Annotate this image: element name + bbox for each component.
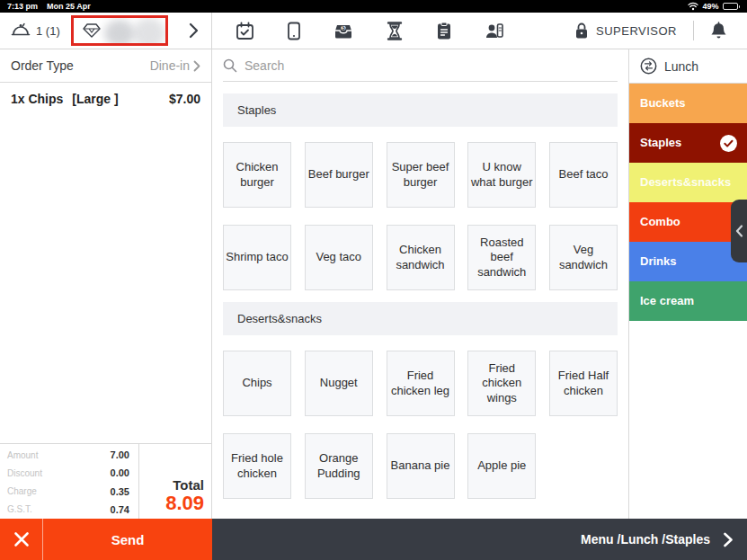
- product-button[interactable]: Nugget: [305, 351, 373, 416]
- product-button[interactable]: Shrimp taco: [223, 225, 291, 290]
- totals-label: Amount: [7, 450, 38, 460]
- toolbar: 1 (1) $: [0, 13, 747, 49]
- totals-value: 0.00: [111, 467, 129, 478]
- totals-area: Amount7.00Discount0.00Charge0.35G.S.T.0.…: [0, 443, 211, 519]
- wifi-icon: [688, 2, 698, 11]
- menu-panel: Search StaplesChicken burgerBeef burgerS…: [212, 49, 629, 519]
- category-label: Deserts&snacks: [640, 176, 731, 190]
- chevron-left-icon: [735, 225, 743, 237]
- category-button-staples[interactable]: Staples: [629, 123, 747, 163]
- swap-arrows-icon: [640, 58, 657, 75]
- pos-screen: 7:13 pm Mon 25 Apr 49% 1 (1): [0, 0, 747, 560]
- product-button[interactable]: Veg sandwich: [549, 225, 618, 290]
- category-label: Buckets: [640, 97, 686, 111]
- product-button[interactable]: Super beef burger: [387, 142, 455, 208]
- product-button[interactable]: Fried hole chicken: [223, 433, 291, 499]
- send-button[interactable]: Send: [43, 519, 212, 560]
- product-button[interactable]: Apple pie: [467, 433, 536, 499]
- customer-card-icon[interactable]: [485, 22, 504, 40]
- redacted-blur: [104, 20, 135, 46]
- totals-label: G.S.T.: [7, 504, 32, 514]
- product-button[interactable]: Beef taco: [549, 142, 618, 208]
- category-button-buckets[interactable]: Buckets: [629, 84, 747, 123]
- calendar-check-icon[interactable]: [236, 22, 254, 40]
- order-item-row[interactable]: 1x Chips[Large ]$7.00: [11, 92, 200, 106]
- total-value: 8.09: [165, 493, 204, 513]
- status-date: Mon 25 Apr: [47, 2, 91, 11]
- search-icon: [223, 58, 237, 73]
- product-button[interactable]: U know what burger: [467, 142, 536, 208]
- category-button-combo[interactable]: Combo: [629, 202, 747, 242]
- bottom-bar: Send Menu /Lunch /Staples: [0, 519, 747, 560]
- category-label: Ice cream: [640, 295, 694, 308]
- product-button[interactable]: Roasted beef sandwich: [467, 225, 536, 290]
- totals-list: Amount7.00Discount0.00Charge0.35G.S.T.0.…: [0, 444, 139, 519]
- order-item-modifier: [Large ]: [72, 92, 118, 106]
- content-area: Order Type Dine-in 1x Chips[Large ]$7.00…: [0, 49, 747, 519]
- order-type-row[interactable]: Order Type Dine-in: [0, 49, 211, 83]
- section-header: Deserts&snacks: [223, 302, 618, 335]
- product-button[interactable]: Chicken sandwich: [387, 225, 455, 290]
- product-button[interactable]: Orange Pudding: [305, 433, 373, 499]
- breadcrumb-bar[interactable]: Menu /Lunch /Staples: [212, 519, 747, 560]
- chevron-right-icon: [193, 60, 200, 72]
- mobile-device-icon[interactable]: [287, 22, 301, 40]
- redacted-blur: [133, 18, 165, 46]
- totals-value: 0.35: [111, 486, 129, 497]
- order-item-name: 1x Chips: [11, 92, 63, 106]
- send-label: Send: [111, 532, 145, 547]
- product-button[interactable]: Chicken burger: [223, 142, 291, 208]
- order-item-list: 1x Chips[Large ]$7.00: [0, 83, 211, 115]
- category-button-drinks[interactable]: Drinks: [629, 242, 747, 281]
- highlighted-redacted-area[interactable]: [71, 15, 168, 46]
- drawer-handle[interactable]: [731, 200, 747, 262]
- search-bar[interactable]: Search: [223, 49, 618, 82]
- totals-row: Discount0.00: [7, 467, 129, 478]
- category-label: Staples: [640, 137, 681, 150]
- toolbar-right-group: SUPERVISOR: [574, 13, 747, 49]
- totals-value: 7.00: [111, 449, 129, 460]
- grand-total: Total 8.09: [139, 444, 211, 519]
- cloche-icon[interactable]: [11, 22, 31, 40]
- totals-label: Discount: [7, 468, 42, 478]
- menu-switcher[interactable]: Lunch: [629, 49, 747, 84]
- battery-percent: 49%: [702, 2, 718, 11]
- bottom-bar-left: Send: [0, 519, 212, 560]
- menu-name: Lunch: [664, 59, 698, 74]
- product-grid: Chicken burgerBeef burgerSuper beef burg…: [223, 142, 618, 290]
- product-button[interactable]: Fried chicken leg: [387, 351, 455, 416]
- totals-row: G.S.T.0.74: [7, 504, 129, 515]
- product-button[interactable]: Chips: [223, 351, 291, 416]
- product-button[interactable]: Veg taco: [305, 225, 373, 290]
- toolbar-middle-group: $: [212, 13, 504, 49]
- category-list: BucketsStaplesDeserts&snacksComboDrinksI…: [629, 84, 747, 321]
- product-button[interactable]: Beef burger: [305, 142, 373, 208]
- clipboard-icon[interactable]: [436, 22, 452, 40]
- category-button-deserts-snacks[interactable]: Deserts&snacks: [629, 163, 747, 202]
- product-button[interactable]: Fried Half chicken: [549, 351, 618, 416]
- supervisor-label[interactable]: SUPERVISOR: [596, 24, 677, 38]
- search-placeholder: Search: [245, 58, 284, 73]
- category-label: Drinks: [640, 255, 676, 269]
- section-header: Staples: [223, 93, 618, 127]
- chevron-right-icon: [723, 532, 733, 547]
- hourglass-icon[interactable]: [386, 22, 404, 40]
- product-button[interactable]: Fried chicken wings: [467, 351, 536, 416]
- totals-row: Charge0.35: [7, 486, 129, 497]
- status-bar: 7:13 pm Mon 25 Apr 49%: [0, 0, 747, 13]
- toolbar-left-group: 1 (1): [0, 13, 212, 49]
- totals-value: 0.74: [111, 504, 129, 515]
- cash-drawer-icon[interactable]: $: [333, 22, 353, 40]
- lock-icon: [574, 22, 589, 40]
- diamond-icon: [83, 22, 101, 39]
- bell-icon[interactable]: [710, 22, 727, 40]
- cancel-button[interactable]: [0, 519, 43, 560]
- status-time: 7:13 pm: [7, 2, 38, 11]
- category-button-ice-cream[interactable]: Ice cream: [629, 281, 747, 321]
- toolbar-divider: [693, 21, 694, 40]
- chevron-right-icon[interactable]: [188, 22, 199, 39]
- order-item-price: $7.00: [169, 92, 200, 106]
- selected-check-icon: [719, 134, 738, 153]
- totals-label: Charge: [7, 486, 37, 496]
- product-button[interactable]: Banana pie: [387, 433, 455, 499]
